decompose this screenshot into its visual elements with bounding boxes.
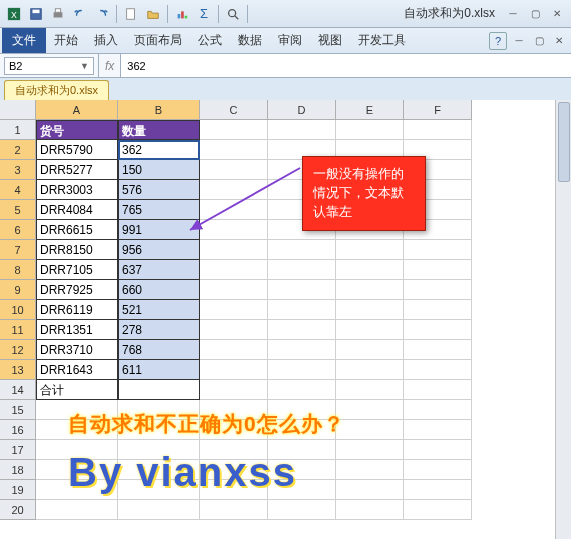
cell[interactable] [200, 120, 268, 140]
cell[interactable] [336, 240, 404, 260]
cell[interactable] [336, 120, 404, 140]
minimize-icon[interactable]: ─ [503, 6, 523, 22]
column-header[interactable]: B [118, 100, 200, 120]
cell[interactable] [404, 400, 472, 420]
column-header[interactable]: F [404, 100, 472, 120]
row-header[interactable]: 5 [0, 200, 36, 220]
formula-input[interactable]: 362 [121, 54, 571, 77]
row-header[interactable]: 20 [0, 500, 36, 520]
column-header[interactable]: A [36, 100, 118, 120]
cell[interactable]: DRR4084 [36, 200, 118, 220]
row-header[interactable]: 8 [0, 260, 36, 280]
cell[interactable]: DRR1643 [36, 360, 118, 380]
cell[interactable] [200, 340, 268, 360]
cell[interactable] [268, 500, 336, 520]
row-header[interactable]: 7 [0, 240, 36, 260]
app-icon[interactable]: X [4, 4, 24, 24]
cell[interactable] [404, 500, 472, 520]
redo-icon[interactable] [92, 4, 112, 24]
cell[interactable] [200, 300, 268, 320]
cell[interactable] [404, 340, 472, 360]
cell[interactable] [336, 260, 404, 280]
cell[interactable] [336, 440, 404, 460]
row-header[interactable]: 14 [0, 380, 36, 400]
autosum-icon[interactable]: Σ [194, 4, 214, 24]
cell[interactable] [268, 300, 336, 320]
cell[interactable] [200, 500, 268, 520]
tab-review[interactable]: 审阅 [270, 28, 310, 53]
cell[interactable]: 765 [118, 200, 200, 220]
cell[interactable]: DRR3003 [36, 180, 118, 200]
row-header[interactable]: 9 [0, 280, 36, 300]
workbook-tab[interactable]: 自动求和为0.xlsx [4, 80, 109, 100]
cell[interactable] [404, 260, 472, 280]
cell[interactable] [336, 460, 404, 480]
cell[interactable]: DRR7925 [36, 280, 118, 300]
cell[interactable] [200, 260, 268, 280]
cell[interactable]: 278 [118, 320, 200, 340]
cell[interactable] [200, 200, 268, 220]
tab-layout[interactable]: 页面布局 [126, 28, 190, 53]
cell[interactable] [268, 340, 336, 360]
cell[interactable] [118, 500, 200, 520]
open-icon[interactable] [143, 4, 163, 24]
cell[interactable]: DRR6615 [36, 220, 118, 240]
cell[interactable] [336, 420, 404, 440]
row-header[interactable]: 18 [0, 460, 36, 480]
cell[interactable] [268, 260, 336, 280]
cell[interactable]: 合计 [36, 380, 118, 400]
scrollbar-thumb[interactable] [558, 102, 570, 182]
cell[interactable]: DRR5277 [36, 160, 118, 180]
row-header[interactable]: 2 [0, 140, 36, 160]
cell[interactable] [268, 360, 336, 380]
row-header[interactable]: 17 [0, 440, 36, 460]
cell[interactable] [336, 340, 404, 360]
cell[interactable] [268, 120, 336, 140]
cell[interactable] [404, 460, 472, 480]
cell[interactable] [268, 240, 336, 260]
new-icon[interactable] [121, 4, 141, 24]
cell[interactable] [404, 420, 472, 440]
cell[interactable]: DRR8150 [36, 240, 118, 260]
cell[interactable] [336, 380, 404, 400]
restore-icon[interactable]: ▢ [525, 6, 545, 22]
cell[interactable] [200, 220, 268, 240]
row-header[interactable]: 12 [0, 340, 36, 360]
tab-data[interactable]: 数据 [230, 28, 270, 53]
cell[interactable]: DRR5790 [36, 140, 118, 160]
cell[interactable] [336, 480, 404, 500]
cell[interactable]: 521 [118, 300, 200, 320]
row-header[interactable]: 4 [0, 180, 36, 200]
cell[interactable] [200, 180, 268, 200]
zoom-icon[interactable] [223, 4, 243, 24]
cell[interactable]: 362 [118, 140, 200, 160]
tab-insert[interactable]: 插入 [86, 28, 126, 53]
select-all-corner[interactable] [0, 100, 36, 120]
cell[interactable] [200, 140, 268, 160]
cell[interactable]: 956 [118, 240, 200, 260]
cell[interactable] [404, 240, 472, 260]
print-icon[interactable] [48, 4, 68, 24]
cell[interactable] [404, 320, 472, 340]
row-header[interactable]: 13 [0, 360, 36, 380]
cell[interactable]: 611 [118, 360, 200, 380]
cell[interactable] [200, 280, 268, 300]
row-header[interactable]: 1 [0, 120, 36, 140]
row-header[interactable]: 16 [0, 420, 36, 440]
cell[interactable] [336, 320, 404, 340]
cell[interactable] [200, 320, 268, 340]
cell[interactable]: 数量 [118, 120, 200, 140]
cell[interactable] [268, 380, 336, 400]
tab-view[interactable]: 视图 [310, 28, 350, 53]
tab-home[interactable]: 开始 [46, 28, 86, 53]
cell[interactable]: DRR3710 [36, 340, 118, 360]
tab-formulas[interactable]: 公式 [190, 28, 230, 53]
row-header[interactable]: 15 [0, 400, 36, 420]
cell[interactable] [404, 300, 472, 320]
doc-close-icon[interactable]: ✕ [549, 33, 569, 49]
cell[interactable]: 768 [118, 340, 200, 360]
row-header[interactable]: 6 [0, 220, 36, 240]
cell[interactable] [404, 440, 472, 460]
chart-icon[interactable] [172, 4, 192, 24]
cell[interactable] [200, 380, 268, 400]
